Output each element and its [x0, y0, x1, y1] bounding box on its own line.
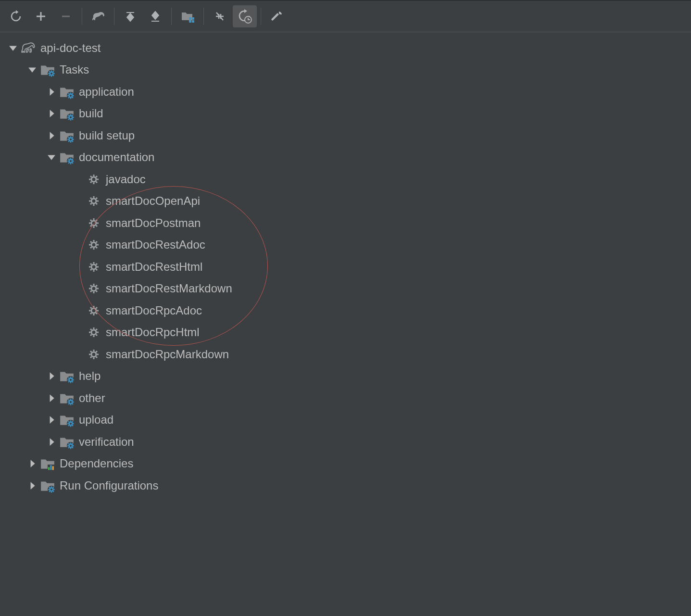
tree-node-dependencies[interactable]: Dependencies — [0, 453, 691, 475]
collapse-all-icon — [150, 11, 161, 22]
chevron-right-icon[interactable] — [47, 394, 56, 402]
toolbar-separator — [171, 8, 172, 25]
run-configs-label: Run Configurations — [60, 479, 158, 492]
task-label: smartDocPostman — [106, 216, 201, 230]
folder-gear-icon — [59, 390, 75, 406]
refresh-icon — [10, 10, 22, 23]
expand-all-icon — [125, 11, 136, 22]
folder-gear-icon — [59, 412, 75, 428]
gear-icon — [86, 171, 102, 188]
tree-task-smartdoc-rpc-adoc[interactable]: smartDocRpcAdoc — [0, 300, 691, 322]
group-label: upload — [79, 413, 113, 427]
task-label: javadoc — [106, 173, 146, 186]
gear-icon — [86, 193, 102, 209]
expand-all-button[interactable] — [118, 5, 142, 27]
gear-icon — [86, 302, 102, 319]
offline-mode-button[interactable] — [208, 5, 232, 27]
folder-gear-icon — [59, 434, 75, 450]
folder-gear-icon — [59, 105, 75, 122]
elephant-icon — [91, 9, 105, 24]
chevron-right-icon[interactable] — [47, 109, 56, 118]
group-label: verification — [79, 435, 134, 449]
plus-icon — [35, 11, 47, 22]
chevron-right-icon[interactable] — [47, 415, 56, 424]
tree-node-tasks[interactable]: Tasks — [0, 59, 691, 81]
refresh-clock-icon — [238, 9, 252, 24]
gear-icon — [86, 324, 102, 340]
gear-icon — [86, 280, 102, 297]
folder-gear-icon — [59, 127, 75, 144]
tree-task-smartdoc-rest-markdown[interactable]: smartDocRestMarkdown — [0, 278, 691, 300]
tree-task-smartdoc-rpc-html[interactable]: smartDocRpcHtml — [0, 322, 691, 344]
task-label: smartDocOpenApi — [106, 194, 200, 208]
chevron-right-icon[interactable] — [47, 131, 56, 140]
group-label: build — [79, 107, 103, 120]
task-label: smartDocRpcHtml — [106, 326, 200, 339]
task-label: smartDocRestHtml — [106, 260, 202, 274]
tree-node-run-configurations[interactable]: Run Configurations — [0, 475, 691, 497]
project-name-label: api-doc-test — [40, 41, 101, 55]
svg-rect-23 — [189, 17, 191, 20]
tree-group-build-setup[interactable]: build setup — [0, 125, 691, 147]
chevron-right-icon[interactable] — [47, 372, 56, 380]
tree-group-other[interactable]: other — [0, 387, 691, 409]
collapse-all-button[interactable] — [143, 5, 167, 27]
gear-icon — [86, 259, 102, 275]
folder-gear-icon — [59, 368, 75, 384]
tree-group-upload[interactable]: upload — [0, 409, 691, 431]
group-label: application — [79, 85, 134, 99]
svg-rect-25 — [189, 20, 191, 23]
folder-gear-icon — [59, 84, 75, 100]
chevron-right-icon[interactable] — [47, 88, 56, 96]
gear-icon — [86, 346, 102, 363]
gradle-link-button[interactable] — [86, 5, 110, 27]
tree-group-verification[interactable]: verification — [0, 431, 691, 453]
chevron-down-icon[interactable] — [47, 153, 56, 162]
task-label: smartDocRpcAdoc — [106, 304, 202, 317]
auto-reload-button[interactable] — [233, 5, 257, 27]
toolbar-separator — [261, 8, 261, 25]
group-label: other — [79, 391, 105, 405]
folder-gear-icon — [59, 149, 75, 165]
task-label: smartDocRestMarkdown — [106, 282, 232, 295]
toolbar-separator — [203, 8, 204, 25]
chevron-right-icon[interactable] — [47, 438, 56, 446]
folder-grid-icon — [180, 9, 195, 24]
toolbar-separator — [82, 8, 82, 25]
tree-task-smartdoc-rpc-markdown[interactable]: smartDocRpcMarkdown — [0, 343, 691, 365]
tree-task-smartdoc-postman[interactable]: smartDocPostman — [0, 212, 691, 234]
tree-group-build[interactable]: build — [0, 103, 691, 125]
folder-bars-icon — [39, 455, 56, 472]
offline-icon — [214, 10, 226, 23]
refresh-button[interactable] — [4, 5, 28, 27]
tree-project-root[interactable]: api-doc-test — [0, 37, 691, 59]
tasks-label: Tasks — [60, 63, 89, 76]
folder-gear-icon — [39, 62, 56, 78]
folder-gear-icon — [39, 478, 56, 494]
task-label: smartDocRpcMarkdown — [106, 348, 229, 361]
chevron-down-icon[interactable] — [28, 65, 37, 74]
toolbar-separator — [114, 8, 114, 25]
chevron-right-icon[interactable] — [28, 481, 37, 490]
tree-group-help[interactable]: help — [0, 365, 691, 388]
chevron-right-icon[interactable] — [28, 459, 37, 468]
tree-task-smartdoc-openapi[interactable]: smartDocOpenApi — [0, 190, 691, 213]
dependencies-label: Dependencies — [60, 457, 133, 470]
tree-group-documentation[interactable]: documentation — [0, 147, 691, 169]
settings-button[interactable] — [265, 5, 289, 27]
add-button[interactable] — [29, 5, 53, 27]
tree-task-javadoc[interactable]: javadoc — [0, 168, 691, 190]
group-label: help — [79, 369, 101, 383]
task-label: smartDocRestAdoc — [106, 238, 205, 251]
svg-rect-24 — [192, 17, 194, 20]
chevron-down-icon[interactable] — [9, 44, 17, 52]
group-label: build setup — [79, 129, 135, 142]
svg-rect-26 — [192, 20, 194, 23]
tree-group-application[interactable]: application — [0, 81, 691, 103]
project-selector-button[interactable] — [176, 5, 200, 27]
tree-task-smartdoc-rest-adoc[interactable]: smartDocRestAdoc — [0, 234, 691, 256]
remove-button[interactable] — [54, 5, 78, 27]
tree-task-smartdoc-rest-html[interactable]: smartDocRestHtml — [0, 256, 691, 278]
gradle-project-tree[interactable]: api-doc-test Tasks application build bui… — [0, 32, 691, 497]
gear-icon — [86, 237, 102, 253]
